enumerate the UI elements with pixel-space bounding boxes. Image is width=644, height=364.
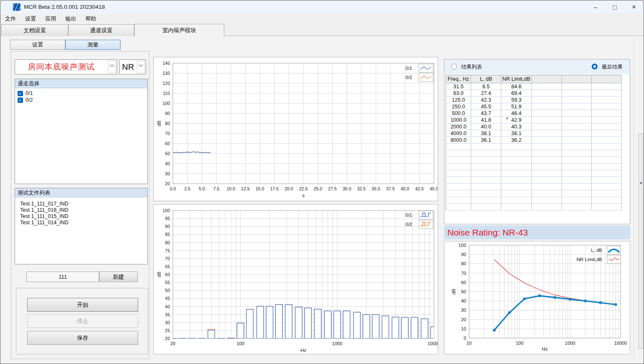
sub-tab-0[interactable]: 设置 [10, 40, 65, 50]
menu-item-3[interactable]: 输出 [61, 14, 81, 24]
collapse-panel-bar[interactable]: < [639, 133, 644, 349]
svg-text:130: 130 [162, 71, 170, 76]
svg-text:10000: 10000 [614, 341, 627, 346]
svg-text:80: 80 [461, 261, 466, 266]
svg-text:20: 20 [165, 336, 170, 341]
minimize-button[interactable]: – [586, 0, 605, 14]
svg-text:100: 100 [162, 101, 170, 106]
table-cell [562, 170, 592, 177]
table-cell [562, 90, 592, 97]
main-tab-2[interactable]: 室内噪声模块 [134, 24, 224, 36]
table-row[interactable]: 31.58.584.6 [446, 83, 622, 90]
table-cell [592, 150, 622, 157]
result-list-radio[interactable] [451, 64, 457, 69]
svg-text:35.0: 35.0 [372, 186, 380, 191]
svg-text:42.5: 42.5 [415, 186, 424, 191]
table-empty-row [446, 197, 622, 204]
table-cell [446, 177, 471, 184]
table-row[interactable]: 63.027.469.4 [446, 90, 622, 97]
table-cell [562, 117, 592, 123]
svg-text:50: 50 [461, 289, 466, 294]
main-tab-1[interactable]: 通道设置 [68, 24, 134, 36]
table-row[interactable]: 250.045.551.9 [446, 103, 622, 110]
last-result-radio-label: 最后结果 [602, 64, 623, 71]
table-cell [592, 164, 622, 170]
menu-item-2[interactable]: 应用 [41, 14, 61, 24]
svg-text:65: 65 [165, 264, 170, 269]
table-cell [562, 83, 592, 90]
table-cell: 31.5 [446, 83, 471, 90]
table-cell: 46.4 [501, 110, 532, 117]
svg-text:60: 60 [461, 280, 466, 285]
table-cell [501, 197, 532, 204]
table-cell [532, 157, 562, 164]
svg-text:0/1: 0/1 [405, 66, 412, 71]
channel-checkbox[interactable]: ✓ [18, 91, 23, 96]
svg-text:80: 80 [165, 121, 170, 126]
svg-text:10: 10 [467, 341, 472, 346]
close-button[interactable]: × [624, 0, 644, 14]
last-result-radio[interactable] [592, 64, 598, 69]
table-cell [471, 204, 501, 210]
new-button[interactable]: 新建 [99, 272, 138, 282]
table-cell [446, 184, 471, 190]
svg-text:10000: 10000 [428, 341, 438, 346]
table-cell: 4000.0 [446, 130, 471, 137]
main-tab-0[interactable]: 文档设置 [1, 24, 68, 36]
channel-checkbox[interactable]: ✓ [18, 97, 23, 103]
table-cell: 8.5 [471, 83, 501, 90]
file-name-input[interactable]: 111 [26, 272, 99, 282]
channel-label: 0/1 [26, 90, 33, 96]
test-file-item[interactable]: Test 1_111_015_IND [20, 213, 69, 220]
table-cell [532, 150, 562, 157]
table-cell: 42.3 [471, 97, 501, 103]
table-cell [592, 190, 622, 197]
results-table[interactable]: Freq., HzL, dBNR Limit,dB 31.58.584.663.… [446, 75, 622, 210]
stop-button[interactable]: 停止 [27, 314, 138, 328]
table-cell [532, 103, 562, 110]
table-cell [446, 144, 471, 150]
test-type-combobox[interactable]: 房间本底噪声测试 [15, 59, 117, 74]
table-cell [592, 97, 622, 103]
test-type-dropdown-button[interactable] [108, 61, 116, 73]
test-file-item[interactable]: Test 1_111_014_IND [20, 220, 69, 226]
table-row[interactable]: 500.043.746.4 [446, 110, 622, 117]
rating-dropdown-button[interactable] [137, 61, 145, 73]
results-radio-strip: 结果列表 最后结果 [444, 59, 630, 74]
channel-row-0/1[interactable]: ✓0/1 [18, 90, 33, 97]
channel-row-0/2[interactable]: ✓0/2 [18, 97, 33, 103]
table-cell [501, 170, 532, 177]
table-row[interactable]: 4000.038.138.1 [446, 130, 622, 137]
start-button[interactable]: 开始 [27, 298, 138, 312]
svg-text:20.0: 20.0 [285, 186, 293, 191]
svg-text:60: 60 [165, 272, 170, 277]
maximize-button[interactable] [605, 0, 624, 14]
menu-item-0[interactable]: 文件 [0, 14, 21, 24]
save-button[interactable]: 保存 [27, 331, 138, 345]
window-title: MCR Beta 2.05.0.001 20230418 [24, 4, 105, 10]
nr-result-chart: 010203040506070809010010100100010000HzdB… [444, 241, 630, 354]
table-cell [592, 137, 622, 144]
svg-text:70: 70 [461, 271, 466, 276]
menu-item-1[interactable]: 设置 [21, 14, 41, 24]
table-cell [532, 197, 562, 204]
table-row[interactable]: 2000.040.040.3 [446, 123, 622, 130]
table-row[interactable]: 8000.036.136.2 [446, 137, 622, 144]
table-cell [562, 197, 592, 204]
svg-text:140: 140 [162, 61, 170, 66]
test-file-item[interactable]: Test 1_111_016_IND [20, 207, 69, 213]
menu-item-4[interactable]: 帮助 [81, 14, 101, 24]
rating-standard-combobox[interactable]: NR [119, 59, 146, 74]
table-row[interactable]: 125.042.359.3 [446, 97, 622, 103]
table-cell: 38.1 [471, 130, 501, 137]
table-cell [592, 103, 622, 110]
table-cell: 2000.0 [446, 123, 471, 130]
results-col-4 [562, 75, 592, 83]
svg-text:45: 45 [165, 296, 170, 301]
table-cell [592, 130, 622, 137]
sub-tab-1[interactable]: 测量 [65, 40, 121, 50]
test-file-item[interactable]: Test 1_111_017_IND [20, 201, 69, 207]
table-row[interactable]: 1000.041.842.9 [446, 117, 622, 123]
svg-text:100: 100 [459, 243, 466, 248]
table-cell [532, 144, 562, 150]
